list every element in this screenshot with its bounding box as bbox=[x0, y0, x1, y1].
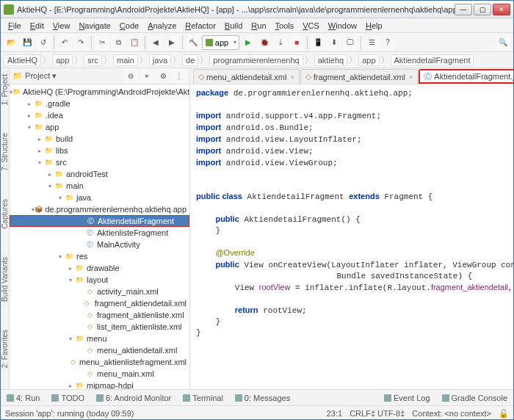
hide-icon[interactable]: ⋮ bbox=[172, 69, 187, 84]
editor-tab[interactable]: ⒸAktiendetailFragment.java× bbox=[419, 69, 514, 84]
copy-icon[interactable]: ⧉ bbox=[111, 35, 126, 50]
sidetab-captures[interactable]: Captures bbox=[1, 196, 9, 232]
structure-icon[interactable]: ☰ bbox=[364, 35, 379, 50]
menu-code[interactable]: Code bbox=[115, 20, 143, 32]
menu-window[interactable]: Window bbox=[324, 20, 361, 32]
sidetab-build-variants[interactable]: Build Variants bbox=[1, 254, 9, 305]
monitor-icon[interactable]: 🖵 bbox=[343, 35, 358, 50]
tree-node[interactable]: ▾📁src bbox=[10, 156, 189, 168]
crumb-3[interactable]: main bbox=[113, 54, 138, 66]
paste-icon[interactable]: 📋 bbox=[127, 35, 142, 50]
gear-icon[interactable]: ⚙ bbox=[156, 69, 170, 84]
tree-node[interactable]: ▾📁AktieHQ (E:\Programming\AndroidProjekt… bbox=[10, 86, 189, 98]
tree-node[interactable]: ▸📁libs bbox=[10, 145, 189, 156]
sidetab-2--favorites[interactable]: 2: Favorites bbox=[1, 327, 9, 371]
tree-node[interactable]: ▾📁res bbox=[10, 250, 189, 262]
crumb-7[interactable]: aktiehq bbox=[314, 54, 347, 66]
bottom-tab[interactable]: TODO bbox=[48, 393, 87, 403]
menu-file[interactable]: File bbox=[4, 20, 26, 32]
crumb-1[interactable]: app bbox=[52, 54, 73, 66]
crumb-4[interactable]: java bbox=[149, 54, 171, 66]
tree-node[interactable]: ◇menu_main.xml bbox=[10, 368, 189, 380]
menu-tools[interactable]: Tools bbox=[271, 20, 299, 32]
code-editor[interactable]: package de.programmierenlernenhq.aktiehq… bbox=[190, 84, 514, 389]
menu-build[interactable]: Build bbox=[220, 20, 247, 32]
bottom-tab[interactable]: 4: Run bbox=[4, 393, 43, 403]
tree-node[interactable]: ▸📁androidTest bbox=[10, 168, 189, 180]
menu-run[interactable]: Run bbox=[247, 20, 270, 32]
close-button[interactable]: ✕ bbox=[493, 4, 510, 15]
menu-refactor[interactable]: Refactor bbox=[181, 20, 220, 32]
sidetab-1--project[interactable]: 1: Project bbox=[1, 71, 9, 108]
tree-node[interactable]: ▸📁drawable bbox=[10, 262, 189, 274]
undo-icon[interactable]: ↶ bbox=[57, 35, 72, 50]
tree-node[interactable]: ◇menu_aktienlistefragment.xml bbox=[10, 356, 189, 368]
attach-icon[interactable]: ⇣ bbox=[273, 35, 288, 50]
build-icon[interactable]: 🔨 bbox=[186, 35, 200, 50]
tree-node[interactable]: ▸📁.gradle bbox=[10, 98, 189, 109]
bottom-tab[interactable]: Gradle Console bbox=[439, 393, 510, 403]
bottom-tab[interactable]: 0: Messages bbox=[232, 393, 293, 403]
lock-icon[interactable]: 🔓 bbox=[499, 409, 509, 419]
crumb-2[interactable]: src bbox=[84, 54, 102, 66]
sdk-icon[interactable]: ⬇ bbox=[327, 35, 341, 50]
stop-icon[interactable]: ■ bbox=[289, 35, 304, 50]
tree-node[interactable]: ▸📁.idea bbox=[10, 109, 189, 121]
bottom-tab[interactable]: Event Log bbox=[381, 393, 433, 403]
crumb-0[interactable]: AktieHQ bbox=[4, 54, 41, 66]
tree-node[interactable]: ▾📦de.programmierenlernenhq.aktiehq.app bbox=[10, 203, 189, 215]
sync-icon[interactable]: ↺ bbox=[36, 35, 51, 50]
tree-node[interactable]: ▾📁java bbox=[10, 192, 189, 203]
menu-navigate[interactable]: Navigate bbox=[74, 20, 115, 32]
cut-icon[interactable]: ✂ bbox=[95, 35, 109, 50]
editor-tab[interactable]: ◇fragment_aktiendetail.xml× bbox=[300, 69, 419, 84]
tree-node[interactable]: ▾📁menu bbox=[10, 333, 189, 344]
tree-node[interactable]: ▾📁app bbox=[10, 121, 189, 133]
tree-node[interactable]: ◇fragment_aktiendetail.xml bbox=[10, 297, 189, 309]
close-tab-icon[interactable]: × bbox=[290, 73, 294, 81]
tree-node[interactable]: ▾📁main bbox=[10, 180, 189, 192]
tree-node[interactable]: ▸📁build bbox=[10, 133, 189, 145]
target-icon[interactable]: ⌖ bbox=[140, 69, 154, 84]
save-icon[interactable]: 💾 bbox=[20, 35, 35, 50]
run-config-combo[interactable]: app bbox=[202, 35, 239, 50]
tree-node[interactable]: ▾📁layout bbox=[10, 274, 189, 286]
tree-node[interactable]: ⒸAktienlisteFragment bbox=[10, 227, 189, 239]
tree-node[interactable]: ▸📁mipmap-hdpi bbox=[10, 380, 189, 389]
menu-help[interactable]: Help bbox=[361, 20, 387, 32]
run-icon[interactable]: ▶ bbox=[241, 35, 256, 50]
help-icon[interactable]: ? bbox=[380, 35, 395, 50]
tree-node[interactable]: ◇menu_aktiendetail.xml bbox=[10, 344, 189, 356]
crumb-9[interactable]: AktiendetailFragment bbox=[391, 54, 474, 66]
back-icon[interactable]: ◀ bbox=[148, 35, 163, 50]
menu-view[interactable]: View bbox=[48, 20, 75, 32]
avd-icon[interactable]: 📱 bbox=[311, 35, 325, 50]
crumb-8[interactable]: app bbox=[358, 54, 379, 66]
tree-node[interactable]: ⒸMainActivity bbox=[10, 239, 189, 250]
search-icon[interactable]: 🔍 bbox=[496, 35, 510, 50]
collapse-icon[interactable]: ⊖ bbox=[123, 69, 138, 84]
menu-edit[interactable]: Edit bbox=[26, 20, 48, 32]
menu-vcs[interactable]: VCS bbox=[298, 20, 324, 32]
minimize-button[interactable]: — bbox=[455, 4, 472, 15]
project-tree[interactable]: ▾📁AktieHQ (E:\Programming\AndroidProjekt… bbox=[10, 84, 189, 389]
maximize-button[interactable]: ▢ bbox=[474, 4, 491, 15]
close-tab-icon[interactable]: × bbox=[409, 73, 413, 81]
crumb-6[interactable]: programmierenlernenhq bbox=[209, 54, 303, 66]
debug-icon[interactable]: 🐞 bbox=[257, 35, 272, 50]
menu-analyze[interactable]: Analyze bbox=[143, 20, 181, 32]
tree-node[interactable]: ⒸAktiendetailFragment bbox=[10, 215, 189, 227]
tree-node[interactable]: ◇activity_main.xml bbox=[10, 286, 189, 297]
redo-icon[interactable]: ↷ bbox=[73, 35, 88, 50]
forward-icon[interactable]: ▶ bbox=[164, 35, 179, 50]
bottom-tab[interactable]: 6: Android Monitor bbox=[93, 393, 174, 403]
folder-icon: 📁 bbox=[74, 381, 84, 389]
open-icon[interactable]: 📂 bbox=[4, 35, 18, 50]
bottom-tab[interactable]: Terminal bbox=[180, 393, 226, 403]
tree-node[interactable]: ◇fragment_aktienliste.xml bbox=[10, 309, 189, 321]
project-view-combo[interactable]: 📁 Project ▾ bbox=[12, 71, 57, 81]
tree-node[interactable]: ◇list_item_aktienliste.xml bbox=[10, 321, 189, 333]
editor-tab[interactable]: ◇menu_aktiendetail.xml× bbox=[193, 69, 300, 84]
crumb-5[interactable]: de bbox=[182, 54, 198, 66]
sidetab-7--structure[interactable]: 7: Structure bbox=[1, 130, 9, 174]
